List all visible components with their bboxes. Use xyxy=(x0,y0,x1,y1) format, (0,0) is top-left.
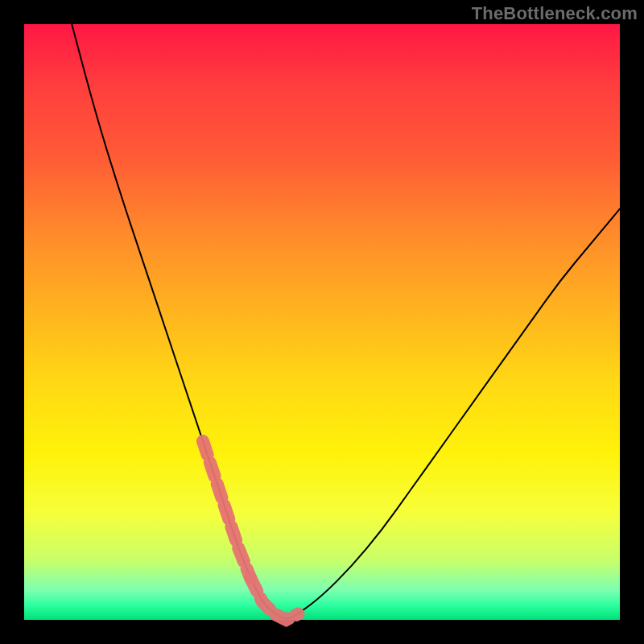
optimal-markers-left xyxy=(203,441,250,578)
plot-area xyxy=(24,24,620,620)
chart-stage: TheBottleneck.com xyxy=(0,0,644,644)
watermark-text: TheBottleneck.com xyxy=(472,3,638,24)
bottleneck-curve xyxy=(72,24,620,618)
curve-svg xyxy=(24,24,620,620)
optimal-markers-floor xyxy=(250,578,298,620)
